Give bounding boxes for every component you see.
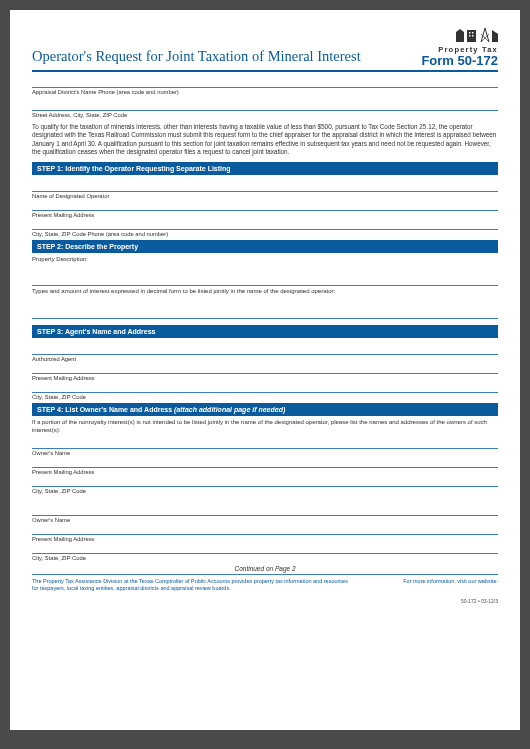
- label-owner1-name: Owner's Name: [32, 450, 498, 456]
- header: Operator's Request for Joint Taxation of…: [32, 28, 498, 72]
- label-step3-city: City, State, ZIP Code: [32, 394, 498, 400]
- footer: The Property Tax Assistance Division at …: [32, 574, 498, 592]
- field-operator-name[interactable]: [32, 178, 498, 192]
- svg-rect-2: [467, 30, 476, 42]
- field-agent[interactable]: [32, 341, 498, 355]
- svg-rect-4: [472, 32, 474, 34]
- field-street-address[interactable]: [32, 101, 498, 111]
- label-step3-mailing: Present Mailing Address: [32, 375, 498, 381]
- field-step3-mailing[interactable]: [32, 364, 498, 374]
- field-appraisal-phone[interactable]: [32, 78, 498, 88]
- label-step1-cityphone: City, State, ZIP Code Phone (area code a…: [32, 231, 498, 237]
- svg-rect-6: [472, 35, 474, 37]
- footer-left: The Property Tax Assistance Division at …: [32, 578, 352, 592]
- field-owner2-city[interactable]: [32, 544, 498, 554]
- field-owner1-city[interactable]: [32, 477, 498, 487]
- field-types[interactable]: [32, 295, 498, 319]
- svg-marker-12: [492, 30, 498, 34]
- step1-heading: STEP 1: Identify the Operator Requesting…: [32, 162, 498, 175]
- form-title: Operator's Request for Joint Taxation of…: [32, 48, 361, 67]
- step4-instruction: If a portion of the nonroyalty interest(…: [32, 419, 498, 435]
- step3-heading: STEP 3: Agent's Name and Address: [32, 325, 498, 338]
- step4-heading: STEP 4: List Owner's Name and Address (a…: [32, 403, 498, 416]
- field-step1-cityphone[interactable]: [32, 220, 498, 230]
- version: 50-172 • 03-12/3: [32, 598, 498, 604]
- field-prop-desc[interactable]: [32, 262, 498, 286]
- field-owner2-name[interactable]: [32, 500, 498, 516]
- field-step1-mailing[interactable]: [32, 201, 498, 211]
- label-owner2-mailing: Present Mailing Address: [32, 536, 498, 542]
- svg-rect-3: [469, 32, 471, 34]
- svg-rect-11: [492, 34, 498, 42]
- field-owner1-mailing[interactable]: [32, 458, 498, 468]
- label-appraisal-phone: Appraisal District's Name Phone (area co…: [32, 89, 498, 95]
- field-step3-city[interactable]: [32, 383, 498, 393]
- field-owner2-mailing[interactable]: [32, 525, 498, 535]
- label-owner2-city: City, State, ZIP Code: [32, 555, 498, 561]
- step2-heading: STEP 2: Describe the Property: [32, 240, 498, 253]
- label-types: Types and amount of interest expressed i…: [32, 288, 498, 296]
- form-number: Form 50-172: [421, 54, 498, 67]
- label-owner1-city: City, State, ZIP Code: [32, 488, 498, 494]
- header-right: Property Tax Form 50-172: [421, 28, 498, 67]
- label-agent: Authorized Agent: [32, 356, 498, 362]
- label-street-address: Street Address, City, State, ZIP Code: [32, 112, 498, 118]
- label-operator-name: Name of Designated Operator: [32, 193, 498, 199]
- svg-rect-5: [469, 35, 471, 37]
- label-owner2-name: Owner's Name: [32, 517, 498, 523]
- continued-text: Continued on Page 2: [32, 565, 498, 572]
- label-owner1-mailing: Present Mailing Address: [32, 469, 498, 475]
- svg-marker-1: [456, 29, 464, 32]
- field-owner1-name[interactable]: [32, 437, 498, 449]
- intro-paragraph: To qualify for the taxation of minerals …: [32, 123, 498, 157]
- footer-right: For more information, visit our website:: [403, 578, 498, 584]
- label-step1-mailing: Present Mailing Address: [32, 212, 498, 218]
- form-page: Operator's Request for Joint Taxation of…: [10, 10, 520, 730]
- building-icons: [421, 28, 498, 44]
- svg-rect-0: [456, 32, 464, 42]
